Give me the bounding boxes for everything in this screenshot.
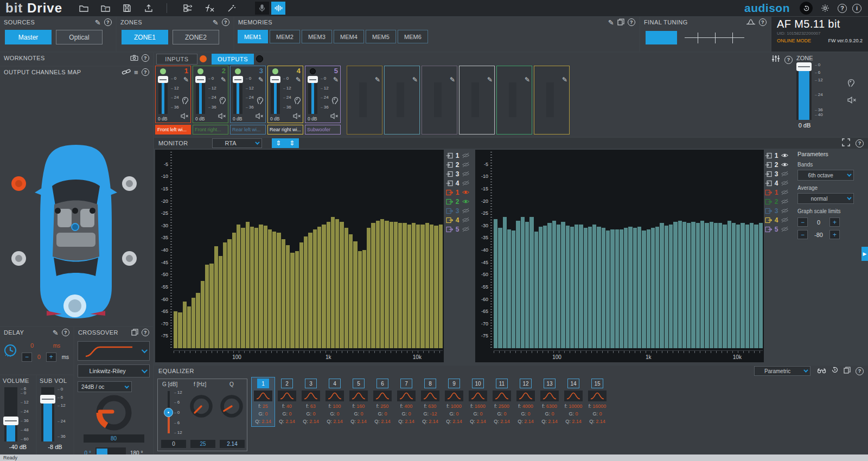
channel-edit-icon[interactable]: ✎ <box>412 76 418 84</box>
eq-band[interactable]: 14f: 10000G: 0Q: 2.14 <box>562 377 585 426</box>
scale-top-minus-button[interactable]: − <box>797 217 808 227</box>
channel-edit-icon[interactable]: ✎ <box>450 76 455 84</box>
info-icon[interactable]: i <box>852 4 861 13</box>
final-tuning-indicator[interactable] <box>646 31 677 44</box>
channel-edit-icon[interactable]: ✎ <box>525 76 530 84</box>
link-icon[interactable] <box>122 69 131 76</box>
monitor-mode-dropdown[interactable]: RTA <box>212 138 262 148</box>
curve-icon[interactable] <box>746 18 756 26</box>
memory-tab[interactable]: MEM5 <box>366 30 396 43</box>
fader-handle[interactable] <box>158 76 168 83</box>
memory-tab[interactable]: MEM3 <box>302 30 332 43</box>
channel-name[interactable]: Front left wi... <box>155 125 191 135</box>
visibility-eye-icon[interactable] <box>462 189 470 195</box>
fader-handle[interactable] <box>233 76 243 83</box>
eq-reset-icon[interactable] <box>831 366 839 376</box>
empty-channel-strip[interactable]: ✎ <box>496 66 532 135</box>
eq-band-number-button[interactable]: 13 <box>544 379 556 388</box>
delay-plus-button[interactable]: + <box>46 353 56 362</box>
eq-band-number-button[interactable]: 14 <box>567 379 579 388</box>
eq-band[interactable]: 11f: 2500G: 0Q: 2.14 <box>490 377 513 426</box>
speaker-rear-left[interactable] <box>11 251 26 266</box>
empty-channel-strip[interactable]: ✎ <box>384 66 420 135</box>
channel-name[interactable]: Rear right wi... <box>267 125 303 135</box>
channel-edit-icon[interactable]: ✎ <box>375 76 380 84</box>
channel-edit-icon[interactable]: ✎ <box>296 76 301 84</box>
visibility-eye-icon[interactable] <box>781 217 789 223</box>
eq-band-number-button[interactable]: 10 <box>472 379 484 388</box>
speaker-front-right[interactable] <box>122 176 137 191</box>
zone-volume-slider[interactable]: 0612243640 <box>796 62 829 120</box>
fader-handle[interactable] <box>308 76 318 83</box>
sub-volume-slider[interactable]: 06122436 <box>40 387 69 441</box>
average-dropdown[interactable]: normal <box>797 193 854 204</box>
memory-tab[interactable]: MEM1 <box>238 30 268 43</box>
crossover-curve-dropdown[interactable] <box>78 341 150 361</box>
channel-listen-icon[interactable] <box>257 97 264 107</box>
channel-edit-icon[interactable]: ✎ <box>221 76 226 84</box>
save-icon[interactable] <box>120 2 134 15</box>
eq-band-number-button[interactable]: 3 <box>305 379 317 388</box>
eq-band-number-button[interactable]: 5 <box>353 379 365 388</box>
help-icon[interactable]: ? <box>104 18 112 26</box>
help-icon[interactable]: ? <box>222 18 229 26</box>
edit-icon[interactable]: ✎ <box>53 329 59 337</box>
microphone-icon[interactable] <box>255 2 269 15</box>
eq-gain-handle[interactable] <box>164 408 173 417</box>
speaker-front-left[interactable] <box>11 176 26 191</box>
zone-listen-icon[interactable] <box>847 79 855 89</box>
master-volume-slider[interactable]: 601224364860 <box>3 387 33 441</box>
empty-channel-strip[interactable]: ✎ <box>459 66 495 135</box>
visibility-eye-icon[interactable] <box>781 208 789 214</box>
eq-band-number-button[interactable]: 6 <box>376 379 388 388</box>
visibility-eye-icon[interactable] <box>462 217 470 223</box>
channel-strip[interactable]: 50122436✎0 dB <box>305 66 341 123</box>
channel-edit-icon[interactable]: ✎ <box>333 76 339 84</box>
channel-edit-icon[interactable]: ✎ <box>487 76 493 84</box>
eq-band[interactable]: 8f: 630G: -12Q: 2.14 <box>419 377 442 426</box>
visibility-eye-icon[interactable] <box>781 180 789 186</box>
visibility-eye-icon[interactable] <box>781 189 789 195</box>
channel-fader[interactable] <box>158 76 169 114</box>
source-optical-button[interactable]: Optical <box>56 30 103 44</box>
channel-fader[interactable] <box>270 76 281 114</box>
channel-name[interactable]: Rear left wi... <box>230 125 266 135</box>
source-master-button[interactable]: Master <box>5 30 52 44</box>
help-icon[interactable]: ? <box>784 56 793 64</box>
tab-outputs[interactable]: OUTPUTS <box>212 54 254 65</box>
visibility-eye-icon[interactable] <box>462 226 470 232</box>
eq-mode-dropdown[interactable]: Parametric <box>754 366 810 376</box>
channel-mute-icon[interactable] <box>330 112 339 121</box>
channel-strip[interactable]: 40122436✎0 dB <box>267 66 303 123</box>
channel-name[interactable]: Front right... <box>193 125 228 135</box>
eq-band-number-button[interactable]: 9 <box>448 379 460 388</box>
tab-inputs[interactable]: INPUTS <box>156 54 197 65</box>
help-icon[interactable]: ? <box>838 4 847 13</box>
copy-icon[interactable] <box>617 18 624 27</box>
channel-strip[interactable]: 10122436✎0 dB <box>155 66 191 123</box>
export-icon[interactable] <box>142 2 156 15</box>
final-tuning-track[interactable] <box>685 31 744 44</box>
eq-band[interactable]: 2f: 40G: 0Q: 2.14 <box>276 377 298 426</box>
channel-listen-icon[interactable] <box>331 97 339 107</box>
open-template-icon[interactable]: T <box>98 2 112 15</box>
monitor-range-button[interactable]: ⇕ <box>285 138 299 148</box>
eq-band-number-button[interactable]: 15 <box>591 379 603 388</box>
empty-channel-strip[interactable]: ✎ <box>422 66 457 135</box>
channel-edit-icon[interactable]: ✎ <box>562 76 567 84</box>
eq-band-number-button[interactable]: 4 <box>329 379 341 388</box>
visibility-eye-icon[interactable] <box>462 199 470 204</box>
help-icon[interactable]: ? <box>62 329 69 336</box>
help-icon[interactable]: ? <box>142 329 149 336</box>
eq-band[interactable]: 5f: 160G: 0Q: 2.14 <box>347 377 370 426</box>
channel-mute-icon[interactable] <box>181 112 189 121</box>
eq-band-number-button[interactable]: 1 <box>257 379 269 388</box>
eq-band[interactable]: 13f: 6300G: 0Q: 2.14 <box>538 377 561 426</box>
eq-band[interactable]: 6f: 250G: 0Q: 2.14 <box>371 377 394 426</box>
eq-freq-knob[interactable] <box>188 393 214 419</box>
eq-band-number-button[interactable]: 7 <box>400 379 412 388</box>
copy-icon[interactable] <box>844 366 851 376</box>
eq-q-knob[interactable] <box>219 393 245 419</box>
channel-fader[interactable] <box>308 76 318 114</box>
function-icon[interactable] <box>203 2 217 15</box>
